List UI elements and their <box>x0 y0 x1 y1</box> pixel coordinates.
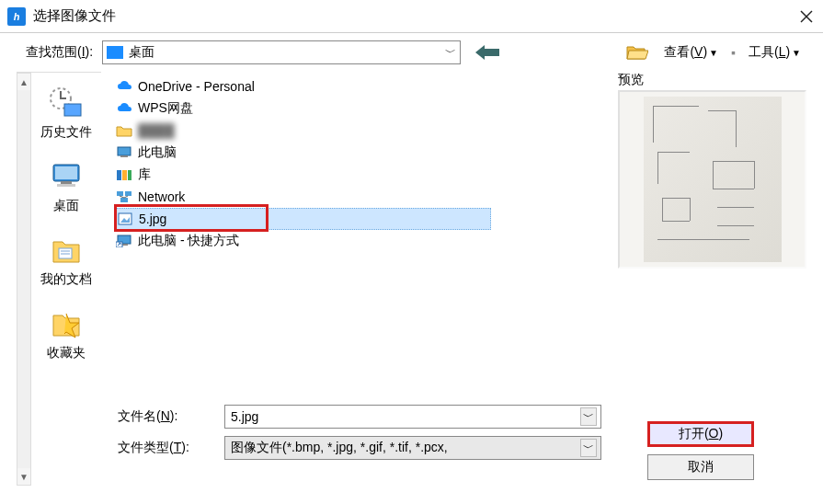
sidebar-icon <box>46 304 86 341</box>
file-icon <box>117 212 133 226</box>
sidebar-item-1[interactable]: 桌面 <box>31 150 101 223</box>
svg-rect-8 <box>57 184 75 187</box>
sidebar-icon <box>46 84 86 120</box>
file-name: Network <box>138 189 185 204</box>
file-name: OneDrive - Personal <box>138 79 255 94</box>
file-name: WPS网盘 <box>138 100 193 117</box>
svg-marker-2 <box>475 45 499 60</box>
sidebar-item-label: 桌面 <box>53 198 79 214</box>
chevron-down-icon: ﹀ <box>445 45 456 61</box>
close-button[interactable] <box>797 7 816 26</box>
sidebar-item-0[interactable]: 历史文件 <box>31 76 101 150</box>
file-name: 此电脑 <box>138 144 177 161</box>
svg-rect-16 <box>128 170 131 180</box>
look-in-combo[interactable]: 桌面 ﹀ <box>102 40 461 64</box>
svg-rect-6 <box>55 166 77 179</box>
view-menu[interactable]: 查看(V)▼ <box>660 42 722 63</box>
file-item[interactable]: Network <box>114 186 491 208</box>
filetype-value: 图像文件(*.bmp, *.jpg, *.gif, *.tif, *.pcx, <box>231 440 448 456</box>
chevron-down-icon[interactable]: ﹀ <box>580 407 597 426</box>
file-icon <box>116 101 132 116</box>
look-in-value: 桌面 <box>129 44 445 61</box>
open-button[interactable]: 打开(O) <box>647 421 754 447</box>
scroll-down-icon[interactable]: ▼ <box>17 468 30 485</box>
svg-rect-17 <box>117 191 123 196</box>
scroll-up-icon[interactable]: ▲ <box>17 74 30 90</box>
dialog-title: 选择图像文件 <box>33 7 797 25</box>
look-in-label: 查找范围(I): <box>26 44 93 61</box>
chevron-down-icon[interactable]: ﹀ <box>580 439 597 457</box>
file-name: ████ <box>138 123 175 138</box>
file-icon <box>116 123 132 138</box>
file-icon <box>116 234 132 248</box>
filename-label: 文件名(N): <box>114 408 224 425</box>
svg-rect-14 <box>117 170 121 180</box>
file-icon <box>116 167 132 182</box>
sidebar-scrollbar[interactable]: ▲ ▼ <box>17 73 31 486</box>
file-list[interactable]: OneDrive - PersonalWPS网盘████此电脑库Network5… <box>114 72 491 394</box>
filetype-label: 文件类型(T): <box>114 440 224 456</box>
file-icon <box>116 145 132 160</box>
desktop-icon <box>107 46 123 59</box>
svg-rect-18 <box>125 191 131 196</box>
svg-line-21 <box>124 196 128 198</box>
file-icon <box>116 189 132 204</box>
svg-rect-15 <box>122 170 127 180</box>
filetype-combo[interactable]: 图像文件(*.bmp, *.jpg, *.gif, *.tif, *.pcx, … <box>224 436 601 460</box>
svg-rect-12 <box>118 147 131 155</box>
file-item[interactable]: WPS网盘 <box>114 97 491 120</box>
file-item[interactable]: ████ <box>114 120 491 142</box>
file-item[interactable]: 5.jpg <box>114 208 491 230</box>
file-item[interactable]: 库 <box>114 164 491 186</box>
svg-line-20 <box>120 196 124 198</box>
tools-menu[interactable]: 工具(L)▼ <box>745 42 805 63</box>
separator: ▪ <box>731 45 736 60</box>
preview-label: 预览 <box>618 72 806 88</box>
preview-image <box>644 97 782 262</box>
sidebar-icon <box>46 157 86 194</box>
svg-rect-19 <box>120 198 128 202</box>
sidebar-icon <box>46 231 86 268</box>
file-name: 5.jpg <box>139 212 166 226</box>
svg-rect-4 <box>64 104 81 116</box>
filename-input[interactable]: 5.jpg ﹀ <box>224 405 601 429</box>
file-name: 此电脑 - 快捷方式 <box>138 233 239 249</box>
file-item[interactable]: OneDrive - Personal <box>114 75 491 97</box>
file-icon <box>116 79 132 94</box>
sidebar-item-3[interactable]: 收藏夹 <box>31 297 101 371</box>
app-icon: h <box>7 7 26 26</box>
cancel-button[interactable]: 取消 <box>647 454 754 480</box>
file-item[interactable]: 此电脑 <box>114 142 491 164</box>
sidebar-item-2[interactable]: 我的文档 <box>31 223 101 297</box>
svg-rect-13 <box>120 155 128 157</box>
filename-value: 5.jpg <box>231 409 258 424</box>
svg-rect-7 <box>61 181 72 184</box>
file-name: 库 <box>138 166 151 183</box>
places-sidebar: ▲ ▼ 历史文件桌面我的文档收藏夹 <box>17 72 101 486</box>
preview-pane <box>618 90 806 269</box>
file-item[interactable]: 此电脑 - 快捷方式 <box>114 230 491 252</box>
sidebar-item-label: 我的文档 <box>40 271 92 288</box>
back-button[interactable] <box>475 42 501 63</box>
folder-open-icon[interactable] <box>625 42 649 63</box>
sidebar-item-label: 历史文件 <box>40 124 92 141</box>
sidebar-item-label: 收藏夹 <box>47 345 86 361</box>
